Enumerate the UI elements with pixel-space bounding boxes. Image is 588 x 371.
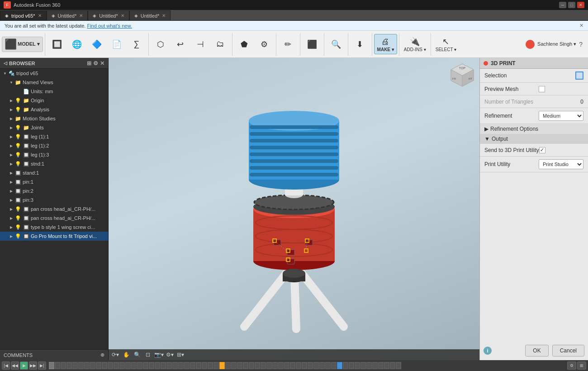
create-surface-button[interactable]: 🌐	[67, 37, 87, 52]
selection-cursor[interactable]	[575, 71, 583, 80]
frame-35[interactable]	[255, 362, 260, 369]
frame-30[interactable]	[225, 362, 231, 369]
frame-20[interactable]	[166, 362, 172, 369]
tree-pan2-expand[interactable]: ▶	[8, 214, 14, 223]
timeline-settings[interactable]: ⚙	[567, 361, 576, 370]
frame-17[interactable]	[149, 362, 154, 369]
tree-pan2[interactable]: ▶ 💡 🔲 pan cross head_ai_CR-PH/...	[0, 214, 108, 223]
inspect-button[interactable]: 🔍	[326, 37, 346, 52]
frame-58[interactable]	[390, 362, 395, 369]
sketch-button[interactable]: ✏	[278, 37, 298, 52]
frame-12[interactable]	[119, 362, 125, 369]
frame-27[interactable]	[208, 362, 213, 369]
tree-pan1-expand[interactable]: ▶	[8, 205, 14, 214]
frame-21[interactable]	[172, 362, 178, 369]
cancel-button[interactable]: Cancel	[552, 345, 584, 357]
tree-joints-expand[interactable]: ▶	[8, 123, 14, 132]
output-section-header[interactable]: ▼ Output	[480, 134, 588, 144]
tree-motion-expand[interactable]: ▶	[8, 114, 14, 123]
tab-tripod-close[interactable]: ✕	[38, 13, 42, 18]
skip-start-button[interactable]: |◀	[2, 361, 10, 370]
frame-3[interactable]	[66, 362, 72, 369]
skip-end-button[interactable]: ▶|	[38, 361, 46, 370]
frame-14[interactable]	[131, 362, 137, 369]
tree-root-expand[interactable]: ▼	[2, 69, 8, 78]
zoom-button[interactable]: 🔍	[132, 350, 142, 359]
tree-stnd-expand[interactable]: ▶	[8, 159, 14, 168]
viewcube[interactable]: TOP FR RT	[449, 62, 476, 89]
frame-22[interactable]	[178, 362, 184, 369]
tree-pin1[interactable]: ▶ 🔲 pin:1	[0, 177, 108, 186]
send-utility-checkbox[interactable]	[539, 147, 545, 153]
frame-34[interactable]	[249, 362, 254, 369]
browser-expand-all[interactable]: ⊞	[87, 60, 91, 67]
frame-18[interactable]	[155, 362, 160, 369]
tab-tripod[interactable]: ◈ tripod v65* ✕	[0, 10, 47, 20]
maximize-button[interactable]: □	[568, 2, 575, 8]
frame-8[interactable]	[96, 362, 101, 369]
construct-button[interactable]: ⬛	[302, 37, 322, 52]
frame-50[interactable]	[343, 362, 348, 369]
frame-33[interactable]	[243, 362, 248, 369]
create-freeform-button[interactable]: 🔷	[87, 37, 107, 52]
record-button[interactable]	[526, 40, 535, 49]
view-options[interactable]: 📷▾	[154, 350, 164, 359]
tree-analysis[interactable]: ▶ 💡 📁 Analysis	[0, 105, 108, 114]
tree-leg3[interactable]: ▶ 💡 🔲 leg (1):3	[0, 150, 108, 159]
frame-39[interactable]	[278, 362, 284, 369]
frame-56[interactable]	[378, 362, 384, 369]
frame-29[interactable]	[219, 362, 225, 369]
frame-26[interactable]	[202, 362, 207, 369]
tree-pin3[interactable]: ▶ 🔲 pin:3	[0, 195, 108, 205]
frame-28[interactable]	[213, 362, 219, 369]
tree-named-views-expand[interactable]: ▼	[8, 78, 14, 87]
frame-6[interactable]	[84, 362, 90, 369]
frame-9[interactable]	[102, 362, 107, 369]
frame-54[interactable]	[366, 362, 372, 369]
info-button[interactable]: i	[484, 347, 492, 355]
frame-36[interactable]	[261, 362, 266, 369]
frame-15[interactable]	[137, 362, 142, 369]
tab-untitled1[interactable]: ◈ Untitled* ✕	[47, 10, 88, 20]
frame-32[interactable]	[237, 362, 242, 369]
orbit-dropdown[interactable]: ⟳▾	[110, 350, 120, 359]
frame-48[interactable]	[331, 362, 337, 369]
frame-59[interactable]	[396, 362, 401, 369]
refinement-options-header[interactable]: ▶ Refinement Options	[480, 124, 588, 134]
frame-25[interactable]	[196, 362, 201, 369]
tree-pin1-expand[interactable]: ▶	[8, 177, 14, 186]
frame-16[interactable]	[143, 362, 148, 369]
frame-38[interactable]	[272, 362, 278, 369]
tree-named-views[interactable]: ▼ 📁 Named Views	[0, 78, 108, 87]
create-sum-button[interactable]: ∑	[127, 37, 147, 52]
tab-untitled2-close[interactable]: ✕	[121, 13, 124, 18]
assemble-button2[interactable]: ⚙	[254, 37, 274, 52]
ok-button[interactable]: OK	[525, 345, 548, 357]
create-solid-button[interactable]: 🔲	[47, 37, 67, 52]
assemble-button1[interactable]: ⬟	[234, 37, 254, 52]
minimize-button[interactable]: ─	[559, 2, 566, 8]
tree-units[interactable]: 📄 Units: mm	[0, 87, 108, 96]
prev-frame-button[interactable]: ◀◀	[11, 361, 19, 370]
tree-leg2[interactable]: ▶ 💡 🔲 leg (1):2	[0, 141, 108, 150]
frame-41[interactable]	[290, 362, 295, 369]
frame-49[interactable]	[337, 362, 342, 369]
tree-leg1-expand[interactable]: ▶	[8, 132, 14, 141]
tree-leg2-expand[interactable]: ▶	[8, 141, 14, 150]
refinement-select[interactable]: Medium Course Fine Custom	[539, 111, 583, 121]
frame-46[interactable]	[319, 362, 325, 369]
frame-37[interactable]	[266, 362, 272, 369]
frame-47[interactable]	[325, 362, 331, 369]
tree-motion-studies[interactable]: ▶ 📁 Motion Studies	[0, 114, 108, 123]
help-button[interactable]: ?	[579, 41, 583, 48]
frame-57[interactable]	[384, 362, 389, 369]
tab-untitled2[interactable]: ◈ Untitled* ✕	[88, 10, 129, 20]
update-close[interactable]: ✕	[579, 23, 583, 29]
tree-origin[interactable]: ▶ 💡 📁 Origin	[0, 96, 108, 105]
timeline-expand[interactable]: ⊞	[577, 361, 586, 370]
grid-settings[interactable]: ⊞▾	[175, 350, 185, 359]
frame-42[interactable]	[296, 362, 301, 369]
browser-close[interactable]: ✕	[100, 60, 104, 67]
create-sheet-button[interactable]: 📄	[107, 37, 127, 52]
tree-leg3-expand[interactable]: ▶	[8, 150, 14, 159]
